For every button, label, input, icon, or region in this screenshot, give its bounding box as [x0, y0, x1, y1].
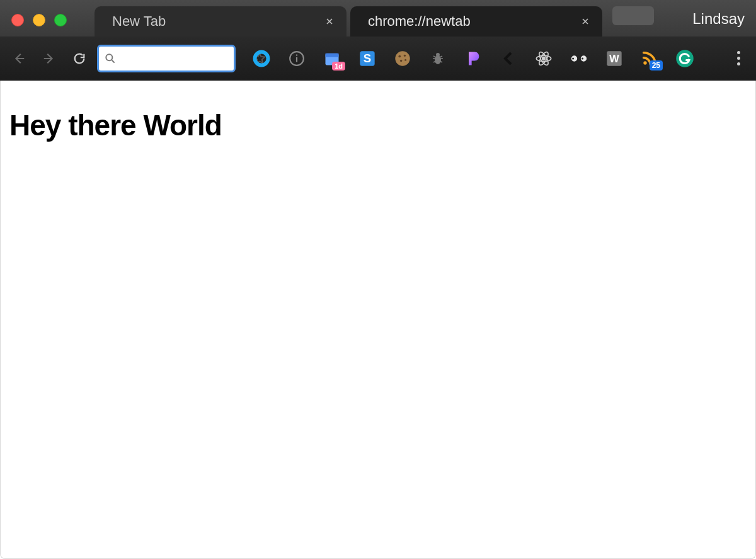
extension-cookie[interactable] — [393, 49, 412, 68]
extension-pandora[interactable] — [464, 49, 483, 68]
bug-icon — [430, 50, 445, 67]
svg-point-21 — [580, 55, 587, 62]
extension-w[interactable]: W — [605, 49, 624, 68]
svg-point-26 — [643, 61, 646, 64]
back-button[interactable] — [6, 46, 32, 71]
svg-point-15 — [436, 53, 440, 57]
omnibox-input[interactable] — [122, 53, 248, 64]
arrow-right-icon — [42, 52, 56, 65]
page-heading: Hey there World — [9, 108, 747, 142]
svg-text:W: W — [609, 52, 619, 64]
info-icon — [289, 50, 305, 67]
extension-calendar[interactable]: 1d — [323, 49, 341, 68]
blue-ring-icon — [253, 50, 270, 67]
svg-point-20 — [571, 55, 578, 62]
extension-chevron[interactable] — [499, 49, 518, 68]
profile-name[interactable]: Lindsay — [692, 10, 745, 28]
react-icon — [535, 50, 553, 67]
minimize-window-button[interactable] — [33, 14, 45, 26]
svg-point-9 — [395, 51, 410, 65]
svg-point-27 — [676, 50, 694, 67]
dot-icon — [737, 57, 740, 60]
search-icon — [104, 52, 117, 65]
extension-grammarly[interactable] — [675, 49, 694, 68]
svg-point-10 — [398, 55, 401, 57]
dot-icon — [737, 51, 740, 54]
svg-point-1 — [255, 52, 268, 65]
extension-s[interactable]: S — [358, 49, 377, 68]
glasses-icon — [570, 54, 588, 64]
svg-text:S: S — [364, 51, 371, 64]
extension-badge: 25 — [650, 60, 663, 71]
forward-button[interactable] — [37, 46, 62, 71]
reload-icon — [72, 52, 86, 65]
tab-title: New Tab — [112, 13, 324, 30]
reload-button[interactable] — [67, 46, 92, 71]
browser-toolbar: 1d S — [0, 37, 756, 81]
svg-point-0 — [106, 54, 112, 60]
svg-point-12 — [400, 59, 403, 62]
browser-menu-button[interactable] — [727, 47, 750, 70]
new-tab-button[interactable] — [612, 6, 654, 25]
omnibox[interactable] — [97, 45, 236, 72]
extension-glasses[interactable] — [570, 49, 588, 68]
svg-rect-3 — [296, 57, 297, 62]
tab-title: chrome://newtab — [368, 13, 580, 30]
close-window-button[interactable] — [11, 14, 24, 26]
extension-blue-ring[interactable] — [252, 49, 271, 68]
w-square-icon: W — [605, 50, 623, 67]
extension-rss[interactable]: 25 — [640, 49, 659, 68]
tab-chrome-newtab[interactable]: chrome://newtab — [350, 6, 602, 37]
svg-rect-6 — [326, 53, 339, 57]
svg-rect-4 — [296, 54, 297, 55]
close-tab-icon[interactable] — [580, 16, 591, 27]
tab-strip: New Tab chrome://newtab — [94, 0, 654, 37]
extension-info[interactable] — [287, 49, 306, 68]
extension-bug[interactable] — [428, 49, 447, 68]
close-tab-icon[interactable] — [324, 16, 335, 27]
svg-point-23 — [581, 57, 583, 59]
grammarly-icon — [675, 49, 694, 68]
traffic-lights — [11, 14, 67, 26]
tab-new-tab[interactable]: New Tab — [94, 6, 346, 37]
cookie-icon — [394, 50, 411, 67]
page-content: Hey there World — [0, 81, 756, 559]
dot-icon — [737, 62, 740, 65]
arrow-left-icon — [12, 52, 26, 65]
s-square-icon: S — [358, 50, 376, 67]
svg-point-11 — [404, 54, 406, 56]
svg-point-13 — [404, 59, 406, 60]
window-titlebar: New Tab chrome://newtab Lindsay — [0, 0, 756, 37]
extensions-row: 1d S — [252, 49, 719, 68]
chevron-left-icon — [501, 51, 516, 66]
extension-badge: 1d — [332, 62, 345, 71]
extension-react[interactable] — [534, 49, 553, 68]
svg-point-22 — [572, 57, 574, 59]
svg-point-16 — [542, 57, 546, 60]
pandora-icon — [464, 50, 482, 67]
zoom-window-button[interactable] — [54, 14, 67, 26]
